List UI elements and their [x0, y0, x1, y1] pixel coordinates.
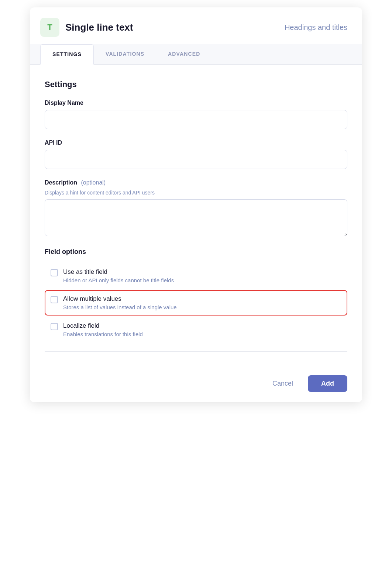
allow-multiple-text: Allow multiple values Stores a list of v…: [63, 295, 177, 310]
cancel-button[interactable]: Cancel: [264, 375, 302, 392]
settings-section-title: Settings: [45, 80, 347, 89]
footer-divider: [45, 351, 347, 352]
localize-checkbox[interactable]: [51, 323, 58, 330]
add-button[interactable]: Add: [308, 375, 347, 392]
modal-content: Settings Display Name API ID Description…: [30, 65, 362, 368]
display-name-label: Display Name: [45, 100, 347, 106]
api-id-label: API ID: [45, 139, 347, 146]
header-left: T Single line text: [40, 18, 133, 37]
api-id-input[interactable]: [45, 150, 347, 169]
description-textarea[interactable]: [45, 199, 347, 236]
description-optional-label: (optional): [81, 179, 106, 186]
api-id-group: API ID: [45, 139, 347, 169]
allow-multiple-label: Allow multiple values: [63, 295, 177, 303]
display-name-group: Display Name: [45, 100, 347, 129]
description-label: Description (optional): [45, 179, 347, 186]
tab-validations[interactable]: VALIDATIONS: [94, 44, 156, 65]
allow-multiple-description: Stores a list of values instead of a sin…: [63, 304, 177, 310]
field-options-section: Field options Use as title field Hidden …: [45, 248, 347, 342]
localize-text: Localize field Enables translations for …: [63, 322, 143, 337]
use-title-label: Use as title field: [63, 268, 174, 276]
tab-advanced[interactable]: ADVANCED: [156, 44, 212, 65]
modal-header: T Single line text Headings and titles: [30, 7, 362, 44]
use-title-checkbox[interactable]: [51, 269, 58, 276]
description-hint: Displays a hint for content editors and …: [45, 190, 347, 196]
option-allow-multiple: Allow multiple values Stores a list of v…: [45, 290, 347, 316]
field-options-title: Field options: [45, 248, 347, 256]
description-group: Description (optional) Displays a hint f…: [45, 179, 347, 238]
tab-settings[interactable]: SETTINGS: [40, 44, 94, 65]
localize-description: Enables translations for this field: [63, 331, 143, 337]
option-use-title: Use as title field Hidden or API only fi…: [45, 263, 347, 289]
tabs-container: SETTINGS VALIDATIONS ADVANCED: [30, 44, 362, 65]
localize-label: Localize field: [63, 322, 143, 330]
display-name-input[interactable]: [45, 110, 347, 129]
allow-multiple-checkbox[interactable]: [51, 296, 58, 303]
modal-footer: Cancel Add: [30, 368, 362, 402]
field-type-icon: T: [40, 18, 59, 37]
option-localize: Localize field Enables translations for …: [45, 317, 347, 342]
use-title-text: Use as title field Hidden or API only fi…: [63, 268, 174, 283]
field-type-title: Single line text: [65, 22, 133, 33]
use-title-description: Hidden or API only fields cannot be titl…: [63, 277, 174, 283]
field-subtitle: Headings and titles: [285, 23, 347, 32]
modal-container: T Single line text Headings and titles S…: [30, 7, 362, 402]
